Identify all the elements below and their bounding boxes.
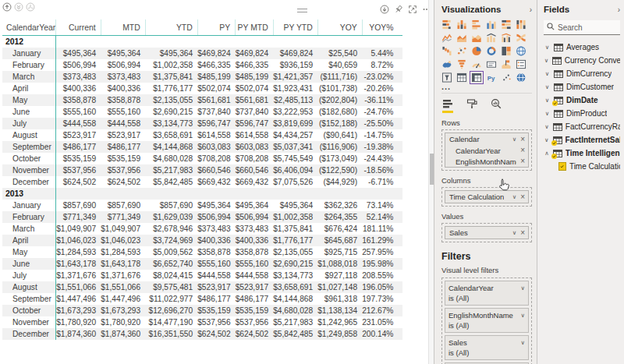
matrix-cell[interactable]: $737,840	[236, 106, 274, 118]
matrix-cell[interactable]: $857,690	[56, 200, 101, 211]
matrix-cell[interactable]: $857,690	[101, 200, 145, 211]
matrix-cell[interactable]: $561,681	[197, 94, 236, 106]
matrix-cell[interactable]: $614,558	[236, 129, 274, 141]
matrix-cell[interactable]: $555,160	[101, 106, 145, 118]
matrix-cell[interactable]: $555,160	[197, 258, 236, 270]
viz-icon-stacked-column-chart[interactable]	[456, 19, 467, 30]
matrix-cell[interactable]: $486,177	[56, 141, 101, 153]
matrix-cell[interactable]: $495,364	[236, 200, 274, 211]
fields-table-time-intelligence[interactable]: ∧Time Intelligence	[544, 147, 620, 160]
remove-field-icon[interactable]: ×	[520, 230, 525, 236]
month-label[interactable]: May	[2, 246, 56, 258]
matrix-cell[interactable]: $358,878	[101, 94, 145, 106]
matrix-cell[interactable]: $469,824	[197, 48, 236, 59]
matrix-cell[interactable]: $486,177	[197, 293, 236, 305]
field-pill-header[interactable]: Calendar∨×	[445, 133, 528, 145]
column-header[interactable]: YOY	[317, 19, 362, 36]
viz-icon-line-chart[interactable]	[441, 33, 452, 43]
month-label[interactable]: June	[2, 258, 56, 270]
matrix-cell[interactable]: $2,678,946	[145, 223, 197, 235]
matrix-cell[interactable]: $1,046,023	[101, 235, 145, 246]
matrix-cell[interactable]: $400,336	[56, 83, 101, 94]
focus-mode-icon[interactable]	[408, 3, 417, 17]
month-label[interactable]: December	[2, 176, 56, 188]
year-label[interactable]: 2012	[2, 36, 56, 48]
matrix-cell[interactable]: ($122,590)	[317, 164, 362, 176]
matrix-cell[interactable]: 257.95%	[362, 246, 402, 258]
matrix-cell[interactable]: $495,364	[273, 200, 317, 211]
field-checkbox-checked[interactable]	[558, 162, 566, 171]
month-label[interactable]: July	[2, 270, 56, 281]
viz-icon-r-script-visual[interactable]	[501, 72, 512, 83]
chevron-down-icon[interactable]: ∨	[544, 97, 551, 104]
matrix-cell[interactable]: $469,824	[273, 48, 317, 59]
matrix-cell[interactable]: $373,483	[236, 223, 274, 235]
matrix-cell[interactable]: $1,447,496	[56, 293, 101, 305]
matrix-cell[interactable]: $535,159	[101, 153, 145, 164]
matrix-cell[interactable]: $771,349	[101, 211, 145, 223]
matrix-cell[interactable]: $16,351,550	[145, 328, 197, 340]
viz-icon-matrix[interactable]	[471, 72, 482, 83]
chevron-down-icon[interactable]: ∨	[544, 57, 549, 64]
viz-icon-table[interactable]	[456, 72, 467, 83]
matrix-cell[interactable]: -20.26%	[362, 83, 402, 94]
viz-icon-stacked-bar-chart[interactable]	[441, 19, 452, 30]
month-label[interactable]: October	[2, 153, 56, 164]
matrix-cell[interactable]: -24.76%	[362, 106, 402, 118]
matrix-cell[interactable]: $1,049,907	[101, 223, 145, 235]
matrix-cell[interactable]: $1,375,841	[273, 223, 317, 235]
fields-table-factcurrencyrate[interactable]: ∨FactCurrencyRate	[544, 120, 620, 133]
matrix-cell[interactable]: $2,135,055	[145, 94, 197, 106]
matrix-cell[interactable]: 208.55%	[362, 270, 402, 281]
matrix-cell[interactable]: $614,558	[197, 129, 236, 141]
matrix-cell[interactable]: $4,144,868	[273, 293, 317, 305]
matrix-cell[interactable]: $3,724,969	[145, 235, 197, 246]
matrix-cell[interactable]: $596,747	[236, 118, 274, 129]
matrix-cell[interactable]: $523,917	[101, 129, 145, 141]
matrix-cell[interactable]: $40,659	[317, 59, 362, 71]
matrix-cell[interactable]: $1,780,920	[101, 316, 145, 328]
matrix-cell[interactable]: $669,432	[236, 176, 274, 188]
matrix-cell[interactable]: $669,432	[197, 176, 236, 188]
matrix-cell[interactable]: -14.75%	[362, 129, 402, 141]
collapse-pane-icon[interactable]: ›	[618, 5, 620, 14]
matrix-cell[interactable]: $1,088,018	[317, 258, 362, 270]
matrix-cell[interactable]: $1,242,965	[317, 316, 362, 328]
fields-table-factinternetsales[interactable]: ∨FactInternetSales	[544, 133, 620, 147]
matrix-cell[interactable]: $596,747	[197, 118, 236, 129]
matrix-cell[interactable]: $1,643,178	[56, 258, 101, 270]
matrix-cell[interactable]: $645,687	[317, 235, 362, 246]
collapse-pane-icon[interactable]: ›	[530, 5, 532, 14]
fields-table-dimcurrency[interactable]: ∨DimCurrency	[544, 67, 620, 80]
matrix-cell[interactable]: $676,424	[317, 223, 362, 235]
matrix-cell[interactable]: $1,371,676	[101, 270, 145, 281]
field-item-time-calculation[interactable]: Time Calculation	[544, 160, 620, 173]
viz-icon-scatter-chart[interactable]	[456, 46, 467, 56]
matrix-cell[interactable]: ($152,188)	[317, 118, 362, 129]
matrix-cell[interactable]: $535,159	[197, 305, 236, 316]
matrix-cell[interactable]: $3,134,773	[145, 118, 197, 129]
month-label[interactable]: August	[2, 281, 56, 293]
matrix-cell[interactable]: $1,923,431	[273, 83, 317, 94]
month-label[interactable]: June	[2, 106, 56, 118]
matrix-cell[interactable]: $373,483	[197, 223, 236, 235]
matrix-cell[interactable]: ($101,738)	[317, 83, 362, 94]
matrix-cell[interactable]: ($202,804)	[317, 94, 362, 106]
matrix-cell[interactable]: $3,658,691	[273, 281, 317, 293]
matrix-cell[interactable]: 8.72%	[362, 59, 402, 71]
matrix-cell[interactable]: -25.50%	[362, 118, 402, 129]
viz-icon-treemap[interactable]	[501, 46, 512, 56]
field-pill-child[interactable]: CalendarYear×	[445, 145, 528, 156]
column-header[interactable]: YOY%	[362, 19, 402, 36]
matrix-cell[interactable]: ($90,641)	[317, 129, 362, 141]
matrix-cell[interactable]: $603,083	[236, 141, 274, 153]
chevron-down-icon[interactable]: ∨	[544, 123, 550, 130]
viz-icon-line-clustered-column-chart[interactable]	[501, 33, 512, 43]
month-label[interactable]: December	[2, 328, 56, 340]
viz-icon-stacked-area-chart[interactable]	[471, 33, 482, 43]
matrix-cell[interactable]: $444,558	[236, 270, 274, 281]
matrix-cell[interactable]: $495,364	[56, 48, 101, 59]
chevron-down-icon[interactable]: ∨	[512, 229, 517, 236]
matrix-cell[interactable]: $502,074	[236, 83, 274, 94]
matrix-cell[interactable]: $771,349	[56, 211, 101, 223]
